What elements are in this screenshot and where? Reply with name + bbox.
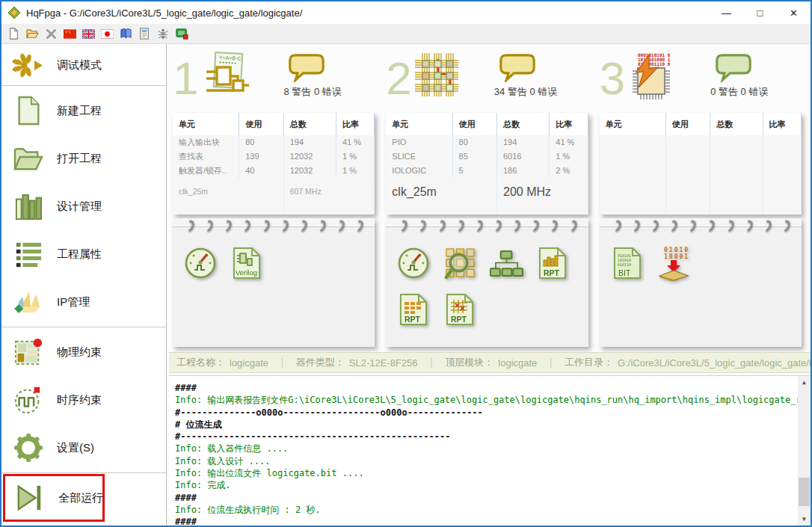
flag-uk-icon[interactable] bbox=[81, 27, 95, 40]
minimize-button[interactable]: — bbox=[710, 1, 743, 24]
col-header: 单元 bbox=[386, 113, 452, 135]
sidebar-item-ip-management[interactable]: IP管理 bbox=[1, 278, 166, 326]
coil-ring-icon bbox=[646, 218, 660, 234]
table-row: SLICE8560161 % bbox=[386, 150, 588, 164]
step-number: 1 bbox=[173, 49, 198, 108]
working-dir-label: 工作目录： bbox=[565, 356, 613, 369]
table-row: 触发器/锁存..40120321 % bbox=[173, 164, 375, 178]
console-line: # 位流生成 bbox=[175, 419, 793, 431]
console-line: Info: 输出网表报告到文件G:\iCore3L\iCore3L\5_logi… bbox=[175, 394, 793, 406]
col-header: 单元 bbox=[600, 113, 666, 135]
placement-viewer-icon[interactable] bbox=[441, 244, 479, 283]
rpt-routing-file-icon[interactable]: RPT bbox=[441, 290, 479, 329]
sidebar: 调试模式 新建工程 打开工程 设计管理 bbox=[1, 44, 167, 526]
svg-text:RPT: RPT bbox=[451, 315, 467, 324]
open-folder-icon[interactable] bbox=[25, 27, 39, 40]
routing-grid-icon bbox=[413, 52, 460, 101]
coil-ring-icon bbox=[565, 218, 579, 234]
working-dir-value: G:/iCore3L/iCore3L/5_logic_gate/logic_ga… bbox=[618, 357, 811, 369]
coil-ring-icon bbox=[627, 218, 642, 234]
statusbar-separator: ｜ bbox=[277, 356, 287, 369]
panel-place-route: 2 bbox=[386, 46, 588, 347]
spiral-binding bbox=[386, 220, 588, 236]
netlist-icon: Y=A+B·C bbox=[200, 52, 249, 101]
close-x-icon[interactable] bbox=[44, 27, 58, 40]
scroll-down-icon[interactable]: ▼ bbox=[798, 513, 811, 526]
sidebar-item-label: 物理约束 bbox=[57, 345, 102, 360]
timing-gauge-icon[interactable] bbox=[182, 244, 219, 283]
sidebar-separator bbox=[1, 472, 166, 473]
coil-ring-icon bbox=[220, 218, 234, 234]
sidebar-item-open-project[interactable]: 打开工程 bbox=[1, 135, 166, 182]
tools-card: RPT RPT bbox=[386, 218, 588, 347]
sidebar-item-design-management[interactable]: 设计管理 bbox=[1, 182, 166, 230]
col-header: 使用 bbox=[453, 113, 497, 135]
bit-file-icon[interactable]: 010101101010010110 BIT bbox=[609, 244, 646, 283]
top-module-label: 顶层模块： bbox=[445, 356, 493, 369]
svg-text:BIT: BIT bbox=[618, 268, 631, 277]
console-line: #--------------o000o------------------o0… bbox=[175, 407, 793, 419]
tools-card: Verilog bbox=[173, 218, 375, 347]
svg-text:01010: 01010 bbox=[664, 247, 689, 253]
warnings-bubble-icon[interactable] bbox=[499, 53, 536, 82]
sidebar-item-settings[interactable]: 设置(S) bbox=[1, 424, 166, 472]
sidebar-item-project-properties[interactable]: 工程属性 bbox=[1, 230, 166, 278]
rpt-timing-file-icon[interactable]: RPT bbox=[534, 244, 571, 283]
resource-table: 单元 使用 总数 比率 bbox=[600, 113, 802, 215]
new-file-icon[interactable] bbox=[7, 27, 20, 40]
rpt-resource-file-icon[interactable]: RPT bbox=[395, 290, 432, 329]
coil-ring-icon bbox=[470, 218, 485, 234]
project-name-value: logicgate bbox=[230, 357, 268, 369]
app-window: HqFpga - G:/iCore3L/iCore3L/5_logic_gate… bbox=[0, 0, 812, 527]
clock-row: clk_25m 200 MHz bbox=[386, 178, 588, 215]
panel-synthesis: 1 Y=A+B·C bbox=[173, 46, 375, 347]
project-properties-icon bbox=[9, 240, 48, 268]
flag-china-icon[interactable] bbox=[63, 27, 76, 40]
program-device-icon[interactable]: 01010 10001 bbox=[655, 244, 692, 283]
console-line: #### bbox=[175, 516, 793, 526]
maximize-button[interactable]: □ bbox=[743, 1, 777, 24]
console-line: #### bbox=[175, 382, 793, 394]
warnings-bubble-icon[interactable] bbox=[715, 53, 752, 82]
empty-table-body bbox=[600, 135, 802, 215]
sidebar-item-physical-constraints[interactable]: 物理约束 bbox=[1, 328, 166, 376]
scroll-up-icon[interactable]: ▲ bbox=[798, 376, 811, 389]
sidebar-item-run-all[interactable]: 全部运行 bbox=[3, 474, 105, 522]
table-row: 输入输出块8019441 % bbox=[173, 135, 375, 150]
device-monitor-icon[interactable] bbox=[175, 27, 188, 40]
coil-ring-icon bbox=[414, 218, 428, 234]
hierarchy-icon[interactable] bbox=[487, 244, 525, 283]
coil-ring-icon bbox=[546, 218, 560, 234]
project-name-label: 工程名称： bbox=[176, 356, 225, 369]
coil-ring-icon bbox=[759, 218, 773, 234]
sidebar-item-label: 打开工程 bbox=[57, 152, 102, 166]
report-document-icon[interactable] bbox=[138, 27, 151, 40]
console-line: Info: 载入器件信息 .... bbox=[175, 443, 793, 454]
warnings-bubble-icon[interactable] bbox=[288, 53, 325, 82]
ip-management-icon bbox=[9, 288, 48, 316]
sidebar-separator bbox=[1, 327, 166, 327]
verilog-file-icon[interactable]: Verilog bbox=[228, 244, 265, 283]
console-line: Info: 完成. bbox=[175, 479, 793, 491]
warnings-count: 0 警告 0 错误 bbox=[710, 85, 768, 99]
warnings-count: 8 警告 0 错误 bbox=[283, 85, 341, 99]
sidebar-item-new-project[interactable]: 新建工程 bbox=[1, 87, 166, 135]
step-number: 3 bbox=[600, 49, 625, 108]
coil-ring-icon bbox=[295, 218, 309, 234]
coil-ring-icon bbox=[239, 218, 253, 234]
sidebar-item-debug-mode[interactable]: 调试模式 bbox=[1, 46, 166, 84]
timing-gauge-icon[interactable] bbox=[395, 244, 432, 283]
help-book-icon[interactable] bbox=[119, 27, 132, 40]
sidebar-item-label: IP管理 bbox=[57, 295, 90, 309]
console-line: Info: 载入设计 .... bbox=[175, 455, 793, 467]
debug-ant-icon[interactable] bbox=[156, 27, 170, 40]
scrollbar-thumb[interactable] bbox=[799, 478, 810, 506]
status-bar: 工程名称： logicgate ｜ 器件类型： SL2-12E-8F256 ｜ … bbox=[169, 352, 811, 373]
toolbar bbox=[1, 24, 811, 44]
close-button[interactable]: ✕ bbox=[777, 1, 811, 24]
app-logo-icon bbox=[7, 6, 21, 19]
sidebar-item-timing-constraints[interactable]: 时序约束 bbox=[1, 376, 166, 424]
flag-japan-icon[interactable] bbox=[100, 27, 114, 40]
table-row: IOLOGIC51862 % bbox=[386, 164, 588, 178]
console-scrollbar[interactable]: ▲ ▼ bbox=[798, 376, 811, 526]
